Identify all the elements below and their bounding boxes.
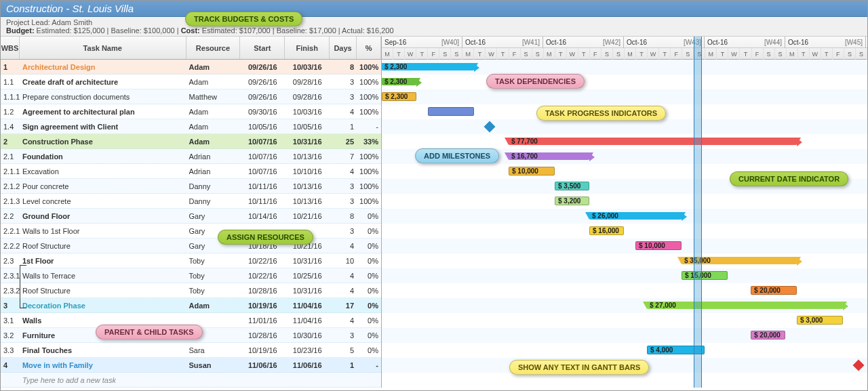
callout-current-date: CURRENT DATE INDICATOR [730,171,848,186]
day-header: F [509,48,521,60]
summary-bar[interactable]: $ 77,700 [509,138,797,145]
week-header: Sep-16[W40] [382,37,462,48]
table-row[interactable]: 2.1.1ExcavationAdrian10/07/1610/10/16410… [1,164,381,179]
day-header: W [728,48,740,60]
day-header: F [590,48,601,60]
table-row[interactable]: 2.3.2Roof StructureToby10/28/1610/31/164… [1,283,381,298]
gantt-row[interactable]: $ 35,000 [382,253,867,268]
table-row[interactable]: 4Move in with FamilySusan11/06/1611/06/1… [1,358,381,373]
bar-cost-label: $ 2,300 [385,93,408,100]
task-bar[interactable]: $ 20,000 [751,331,785,339]
gantt-row[interactable]: $ 20,000 [382,283,867,298]
callout-assign-resources: ASSIGN RESOURCES [218,230,313,245]
summary-bar[interactable]: $ 2,300 [382,63,474,70]
col-wbs[interactable]: WBS [1,37,20,59]
gantt-row[interactable]: $ 77,700 [382,134,867,149]
table-row[interactable]: 3Decoration PhaseAdam10/19/1611/04/16170… [1,298,381,313]
budget-label: Budget: [6,26,35,35]
table-row[interactable]: 2.1.3Level concreteDanny10/11/1610/13/16… [1,194,381,209]
gantt-row[interactable]: $ 4,000 [382,343,867,358]
week-header: Oct-16[W44] [705,37,785,48]
col-name[interactable]: Task Name [20,37,186,59]
callout-task-progress: TASK PROGRESS INDICATORS [536,106,666,121]
col-days[interactable]: Days [330,37,357,59]
gantt-row[interactable]: $ 2,300 [382,60,867,75]
table-row[interactable]: 3.3Final TouchesSara10/19/1610/23/1650% [1,343,381,358]
table-row[interactable]: 1.2Agreement to architectural planAdam09… [1,104,381,119]
gantt-row[interactable]: $ 26,000 [382,209,867,224]
col-pct[interactable]: % [357,37,381,59]
col-resource[interactable]: Resource [186,37,241,59]
task-bar[interactable]: $ 2,300 [382,92,416,101]
gantt-row[interactable]: $ 2,300 [382,75,867,89]
callout-show-text: SHOW ANY TEXT IN GANTT BARS [509,360,649,375]
task-bar[interactable]: $ 20,000 [751,286,797,295]
gantt-row[interactable]: $ 3,200 [382,194,867,209]
table-row[interactable]: 1Architectural DesignAdam09/26/1610/03/1… [1,60,381,75]
cost-text: Estimated: $107,000 | Baseline: $17,000 … [200,26,394,35]
current-date-indicator [694,37,702,388]
table-row[interactable]: 2.2.1Walls to 1st FloorGary30% [1,224,381,239]
day-header: W [810,48,821,60]
bar-cost-label: $ 16,700 [511,152,538,160]
table-row[interactable]: 1.4Sign agreement with ClientAdam10/05/1… [1,119,381,134]
gantt-row[interactable] [382,119,867,134]
week-header: Oct-16[W41] [462,37,543,48]
table-row[interactable]: 2.3.1Walls to TerraceToby10/22/1610/25/1… [1,268,381,283]
day-header: S [764,48,775,60]
day-header: S [521,48,532,60]
col-finish[interactable]: Finish [285,37,330,59]
table-row[interactable]: 2.1FoundationAdrian10/07/1610/13/167100% [1,149,381,164]
gantt-row[interactable]: $ 16,000 [382,224,867,239]
table-row[interactable]: 2.1.2Pour concreteDanny10/11/1610/13/163… [1,179,381,194]
gantt-row[interactable]: $ 20,000 [382,328,867,343]
day-header: S [856,48,867,60]
table-row[interactable]: 2.2Ground FloorGary10/14/1610/21/1680% [1,209,381,224]
bar-cost-label: $ 3,000 [800,316,823,324]
new-task-row[interactable]: Type here to add a new task [1,373,381,388]
summary-bar[interactable]: $ 26,000 [589,212,682,220]
task-bar[interactable]: $ 10,000 [635,241,682,250]
summary-bar[interactable]: $ 2,300 [382,78,416,85]
day-header: T [555,48,567,60]
milestone-diamond[interactable] [853,360,865,371]
gantt-row[interactable]: $ 3,000 [382,313,867,328]
table-row[interactable]: 2Construction PhaseAdam10/07/1610/31/162… [1,134,381,149]
task-bar[interactable]: $ 3,500 [555,182,589,190]
task-bar[interactable]: $ 3,000 [797,316,843,325]
new-task-placeholder[interactable]: Type here to add a new task [20,376,186,384]
col-start[interactable]: Start [240,37,285,59]
bar-cost-label: $ 16,000 [593,227,619,234]
day-header: S [601,48,613,60]
gantt-row[interactable]: $ 2,300 [382,89,867,104]
task-bar[interactable]: $ 16,000 [589,226,624,235]
gantt-row[interactable]: $ 10,000 [382,239,867,253]
callout-task-progress-line1: TASK PROGRESS INDICATORS [545,109,657,117]
table-row[interactable]: 1.1.1Prepare construction documentsMatth… [1,89,381,104]
title-bar: Construction - St. Louis Villa [1,1,867,17]
bar-cost-label: $ 26,000 [592,212,618,220]
task-bar[interactable]: $ 3,200 [555,197,589,205]
bar-cost-label: $ 2,300 [384,63,407,70]
milestone-diamond[interactable] [484,121,496,133]
table-row[interactable]: 2.31st FloorToby10/22/1610/31/16100% [1,253,381,268]
task-bar[interactable] [428,107,474,116]
day-header: T [416,48,428,60]
table-row[interactable]: 2.2.2Roof StructureGary10/18/1610/21/164… [1,239,381,253]
day-header: F [428,48,439,60]
day-header: S [439,48,451,60]
cost-label: Cost: [181,26,200,35]
table-row[interactable]: 1.1Create draft of architectureAdam09/26… [1,75,381,89]
day-header: M [625,48,636,60]
day-header: T [636,48,648,60]
task-bar[interactable]: $ 15,000 [682,271,728,280]
gantt-row[interactable]: $ 15,000 [382,268,867,283]
task-bar[interactable]: $ 10,000 [509,167,555,176]
day-header: S [682,48,694,60]
week-header: Oct-16[W45] [785,37,866,48]
bar-cost-label: $ 3,200 [558,197,580,205]
summary-bar[interactable]: $ 16,700 [509,152,589,160]
summary-bar[interactable]: $ 27,000 [647,302,843,309]
callout-track-budgets: TRACK BUDGETS & COSTS [185,12,302,26]
gantt-row[interactable]: $ 27,000 [382,298,867,313]
